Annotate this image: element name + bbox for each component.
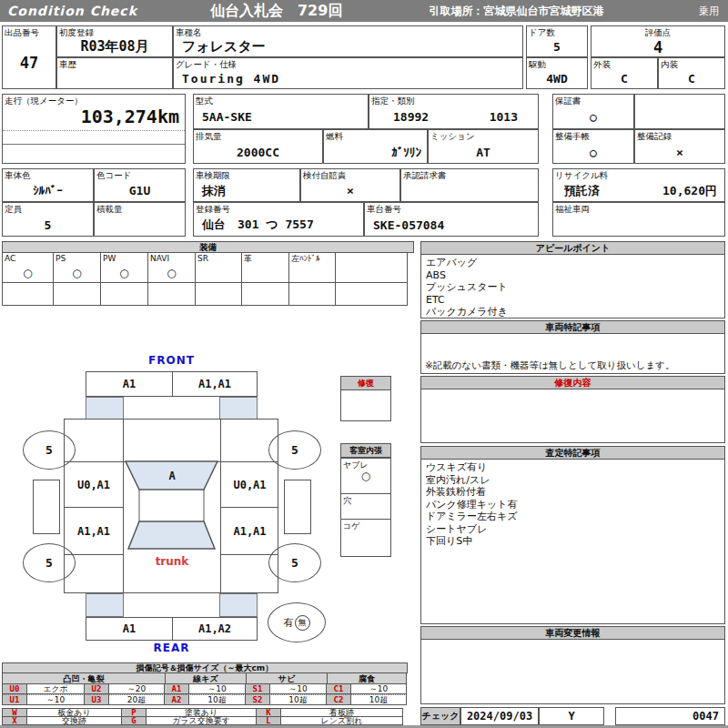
field-warranty-book: 保証書 ○ (552, 94, 634, 129)
panel-door-rear-left: A1,A1 (65, 508, 123, 554)
assessment-item: ドアミラー左右キズ (426, 511, 720, 523)
legend-desc: ～10 (26, 694, 85, 705)
warranty-mark: ○ (553, 106, 633, 128)
transmission-value: AT (429, 141, 538, 163)
recycle-status: 預託済 (564, 183, 600, 199)
appeal-item: エアバッグ (426, 257, 720, 269)
equip-mark (196, 264, 241, 282)
approval-value (401, 180, 538, 201)
front-corner-right (219, 397, 258, 420)
history-value (57, 69, 172, 88)
change-info-title: 車両変更情報 (421, 627, 724, 640)
field-first-registration: 初度登録 R03年08月 (56, 25, 173, 57)
equip-cell-leather: 革 (241, 252, 289, 283)
reg-no-label: 登録番号 (194, 203, 363, 214)
field-load: 積載量 (94, 202, 186, 237)
field-model-code: 型式 5AA-SKE (193, 94, 369, 129)
legend-desc: ～10 (188, 683, 246, 694)
windshield-mark: A (123, 470, 221, 482)
vehicle-notes-footnote: ※記載のない書類・機器等は無しとして取り扱いします。 (425, 359, 675, 372)
first-reg-label: 初度登録 (57, 26, 172, 37)
vehicle-class: 乗用 (699, 5, 719, 18)
tire-front-left: 5 (23, 430, 76, 470)
diagram-rear-label: REAR (86, 642, 258, 654)
panel-front-bumper-left: A1 (86, 371, 173, 397)
assessment-body: ウスキズ有り 室内汚れ/スレ 外装鉄粉付着 パンク修理キット有 ドアミラー左右キ… (421, 460, 724, 623)
field-drivetrain: 駆動 4WD (526, 57, 588, 89)
equip-label: NAVI (148, 253, 195, 264)
legend-code: C2 (326, 694, 351, 705)
exterior-value: C (592, 69, 657, 88)
field-body-color: 車体色 ｼﾙﾊﾞｰ (2, 168, 94, 202)
legend-code: A1 (164, 683, 189, 694)
recycle-fee: 10,620円 (662, 183, 717, 199)
assessment-item: 室内汚れ/スレ (426, 474, 720, 487)
repair-mini-body (341, 390, 390, 420)
legend-code: U0 (2, 683, 27, 694)
legend-code: U3 (84, 694, 109, 705)
class-number-label: 指定・類別 (369, 95, 538, 106)
legend-desc: 10超 (188, 694, 246, 705)
legend-desc: 交換跡 (26, 716, 122, 725)
equip-label: 革 (242, 253, 288, 264)
exterior-label: 外装 (592, 58, 657, 69)
presence-has: 有 (284, 616, 294, 630)
assessment-item: パンク修理キット有 (426, 499, 720, 511)
legend-code: L (256, 716, 281, 725)
interior-value: C (659, 69, 724, 88)
equip-mark: ○ (101, 264, 147, 282)
trim-section-mark: ○ (341, 470, 390, 482)
panel-repair-details: 修復内容 (420, 376, 725, 443)
side-step-right (284, 480, 311, 534)
recycle-label: リサイクル料 (553, 169, 724, 180)
displacement-label: 排気量 (194, 130, 322, 141)
tire-front-right: 5 (268, 430, 321, 470)
equip-cell-lhd: 左ﾊﾝﾄﾞﾙ (288, 252, 336, 283)
mileage-divider-dotted (3, 130, 185, 131)
mileage-divider-solid (3, 144, 185, 145)
equip-mark: ○ (148, 264, 195, 282)
interior-label: 内装 (659, 58, 724, 69)
condition-check-sheet: Condition Check 仙台入札会 729回 引取場所：宮城県仙台市宮城… (0, 0, 728, 728)
tire-rear-right: 5 (268, 543, 321, 582)
equip-empty-cell (195, 282, 242, 306)
equipment-empty-row (2, 282, 414, 306)
equip-empty-cell (288, 282, 336, 306)
brand-title: Condition Check (7, 4, 137, 18)
class-number-1: 18992 (393, 110, 429, 124)
color-code-label: 色コード (95, 169, 185, 180)
interior-trim-hole: 穴 (341, 493, 390, 519)
field-insurance: 検付自賠責 × (300, 168, 400, 202)
service-record-label: 整備記録 (635, 130, 724, 141)
class-number-2: 1013 (490, 110, 518, 124)
legend2-row-2: X 交換跡 G ガラス交換要す L レンズ割れ (2, 716, 408, 725)
equip-label: 左ﾊﾝﾄﾞﾙ (289, 253, 335, 264)
equip-cell-pw: PW○ (100, 252, 148, 283)
assessment-title: 査定特記事項 (421, 447, 724, 460)
displacement-value: 2000CC (194, 141, 322, 163)
equip-cell-sr: SR (195, 252, 242, 283)
field-fuel: 燃料 ｶﾞｿﾘﾝ (323, 129, 428, 164)
field-interior-score: 内装 C (658, 57, 725, 89)
field-capacity: 定員 5 (2, 202, 94, 237)
history-label: 車歴 (57, 58, 172, 69)
legend-code: C1 (326, 683, 351, 694)
legend-code: U1 (2, 694, 27, 705)
interior-trim-tear: ヤブレ ○ (341, 458, 390, 493)
front-corner-left (86, 397, 124, 420)
field-mileage: 走行（現メーター） 103,274km (2, 94, 186, 164)
repair-mini-title: 修復 (341, 377, 390, 390)
check-number: 0047 (615, 707, 725, 725)
equip-empty-cell (53, 282, 101, 306)
side-step-left (33, 480, 60, 534)
lot-value: 47 (3, 37, 56, 88)
field-chassis-number: 車台番号 SKE-057084 (364, 202, 539, 237)
lot-label: 出品番号 (3, 26, 56, 37)
capacity-label: 定員 (3, 203, 93, 214)
legend-row-2: U1 ～10 U3 20超 A2 10超 S2 10超 C2 10超 (2, 694, 408, 705)
field-doors: ドア数 5 (526, 25, 588, 57)
vehicle-notes-body: ※記載のない書類・機器等は無しとして取り扱いします。 (421, 334, 724, 373)
legend-desc: 20超 (108, 694, 165, 705)
change-info-body (421, 640, 724, 703)
fuel-value: ｶﾞｿﾘﾝ (324, 141, 427, 163)
